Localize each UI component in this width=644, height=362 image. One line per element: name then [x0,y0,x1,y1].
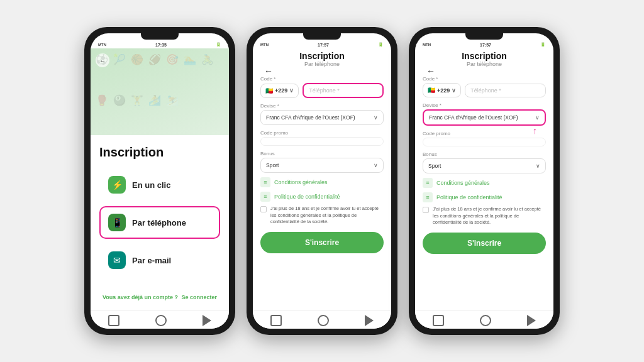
phone-screen-2: MTN 17:57 🔋 ← Inscription Par téléphone … [253,33,391,329]
phone-notch-1 [141,33,179,40]
phone-input-3[interactable]: Téléphone * [465,84,546,97]
form-title-2: Inscription [253,51,391,61]
phone-bottom-nav-3 [415,310,553,329]
politique-icon-3: ≡ [423,192,433,202]
hero-icons-bg: ⚽🎾🏀🏈 🎯🏊🚴🥊 🎱🏋️🏄⛷️ [91,48,229,135]
nav-back-2[interactable] [365,315,374,326]
phone3-form: Code * 🇧🇯 +229 ∨ Téléphone * [415,71,553,310]
devise-wrapper-3: Franc CFA d'Afrique de l'Ouest (XOF) ∨ ↑ [423,109,546,126]
devise-select-3[interactable]: Franc CFA d'Afrique de l'Ouest (XOF) ∨ [423,109,546,126]
nav-square-2[interactable] [270,315,282,326]
phone2-form-wrapper: ← Inscription Par téléphone Code * 🇧🇯 +2… [253,48,391,310]
form-subtitle-2: Par téléphone [253,61,391,67]
nav-back-1[interactable] [203,315,211,326]
politique-item-2[interactable]: ≡ Politique de confidentialité [260,192,384,202]
form-title-3: Inscription [415,51,553,61]
chevron-code-2: ∨ [289,87,294,94]
back-button-3[interactable]: ← [426,66,435,76]
phone-input-2[interactable]: Téléphone * [303,83,384,98]
form-header-3: Inscription Par téléphone [415,48,553,71]
devise-label-2: Devise * [260,103,384,109]
bonus-select-3[interactable]: Sport ∨ [423,158,546,173]
par-telephone-label: Par téléphone [132,218,186,228]
bonus-select-2[interactable]: Sport ∨ [260,158,384,173]
chevron-code-3: ∨ [452,87,456,94]
checkbox-text-2: J'ai plus de 18 ans et je confirme avoir… [270,206,384,226]
country-code-value-3: +229 [437,87,450,94]
page-title-1: Inscription [99,145,220,160]
form-header-2: Inscription Par téléphone [253,48,391,71]
phone-bottom-nav-1 [91,310,229,329]
status-battery-2: 🔋 [378,42,384,47]
promo-label-2: Code promo [260,130,384,136]
nav-square-1[interactable] [108,315,119,326]
politique-text-3: Politique de confidentialité [436,194,502,200]
status-battery: 🔋 [216,42,221,47]
country-code-2[interactable]: 🇧🇯 +229 ∨ [260,84,299,98]
flag-3: 🇧🇯 [428,87,435,94]
one-click-icon: ⚡ [108,176,126,194]
nav-back-3[interactable] [527,315,536,326]
bonus-value-3: Sport [428,163,441,169]
option-par-email[interactable]: ✉ Par e-mail [99,244,220,277]
checkbox-2[interactable] [260,206,267,212]
bonus-value-2: Sport [266,162,279,168]
country-code-value-2: +229 [275,87,287,94]
option-par-telephone[interactable]: 📱 Par téléphone [99,206,220,239]
nav-circle-2[interactable] [318,315,329,326]
flag-2: 🇧🇯 [265,87,273,94]
status-time-1: 17:35 [155,43,167,47]
politique-icon-2: ≡ [260,192,270,202]
devise-value-3: Franc CFA d'Afrique de l'Ouest (XOF) [429,114,518,121]
devise-value-2: Franc CFA d'Afrique de l'Ouest (XOF) [266,114,355,121]
chevron-devise-2: ∨ [374,114,378,121]
phone1-hero: ← ⚽🎾🏀🏈 🎯🏊🚴🥊 🎱🏋️🏄⛷️ [91,48,229,135]
country-code-3[interactable]: 🇧🇯 +229 ∨ [423,83,461,97]
code-label-3: Code * [423,76,546,82]
bonus-label-3: Bonus [423,151,546,157]
conditions-icon-3: ≡ [423,178,433,188]
status-carrier-3: MTN [423,43,431,47]
status-carrier-2: MTN [260,43,269,47]
bottom-link: Vous avez déjà un compte ? Se connecter [99,294,220,300]
phones-container: MTN 17:35 🔋 ← ⚽🎾🏀🏈 🎯🏊🚴🥊 🎱🏋️🏄⛷️ Inscripti… [72,14,572,348]
nav-circle-1[interactable] [155,315,167,326]
status-time-2: 17:57 [318,43,329,47]
phone-row-3: 🇧🇯 +229 ∨ Téléphone * [423,83,546,97]
promo-field-2[interactable] [260,137,384,146]
devise-label-3: Devise * [423,102,546,108]
phone-screen-1: MTN 17:35 🔋 ← ⚽🎾🏀🏈 🎯🏊🚴🥊 🎱🏋️🏄⛷️ Inscripti… [91,33,229,329]
par-email-label: Par e-mail [132,256,171,265]
chevron-bonus-3: ∨ [536,163,540,169]
se-connecter-link[interactable]: Se connecter [181,294,217,300]
status-time-3: 17:57 [480,43,491,47]
phone-notch-2 [303,33,341,40]
phone-placeholder-2: Téléphone * [309,87,340,94]
status-carrier: MTN [98,43,106,47]
nav-circle-3[interactable] [480,315,491,326]
politique-item-3[interactable]: ≡ Politique de confidentialité [423,192,546,202]
option-one-click[interactable]: ⚡ En un clic [99,168,220,201]
politique-text-2: Politique de confidentialité [274,194,340,200]
back-button-2[interactable]: ← [264,66,273,76]
phone-notch-3 [465,33,503,40]
par-telephone-icon: 📱 [108,214,126,231]
phone-row-2: 🇧🇯 +229 ∨ Téléphone * ← [260,83,384,98]
nav-square-3[interactable] [433,315,444,326]
status-battery-3: 🔋 [540,42,546,47]
phone-bottom-nav-2 [253,310,391,329]
devise-select-2[interactable]: Franc CFA d'Afrique de l'Ouest (XOF) ∨ [260,110,384,125]
par-email-icon: ✉ [108,251,126,269]
conditions-text-3: Conditions générales [436,180,490,186]
promo-label-3: Code promo [423,131,546,136]
conditions-item-2[interactable]: ≡ Conditions générales [260,177,384,187]
submit-btn-2[interactable]: S'inscrire [260,232,384,253]
conditions-item-3[interactable]: ≡ Conditions générales [423,178,546,188]
phone2-form: Code * 🇧🇯 +229 ∨ Téléphone * ← [253,71,391,310]
checkbox-row-2: J'ai plus de 18 ans et je confirme avoir… [260,206,384,226]
checkbox-3[interactable] [423,207,429,213]
submit-btn-3[interactable]: S'inscrire [423,233,546,254]
checkbox-row-3: J'ai plus de 18 ans et je confirme avoir… [423,206,546,226]
one-click-label: En un clic [132,180,170,190]
promo-field-3[interactable] [423,138,546,146]
